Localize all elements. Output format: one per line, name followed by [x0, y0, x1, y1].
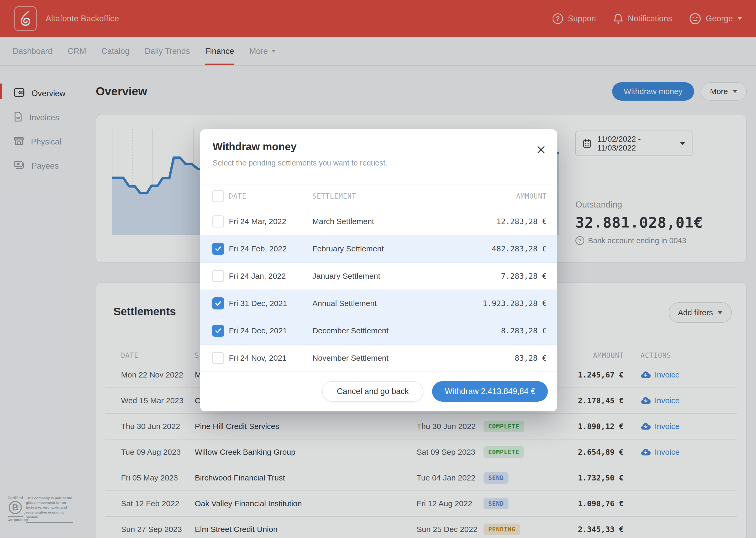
modal-subtitle: Select the pending settlements you want … — [213, 159, 388, 167]
altafonte-backoffice-app: Altafonte Backoffice ? Support Notificat… — [0, 0, 756, 538]
pending-settlements-table: DATE SETTLEMENT AMMOUNT Fri 24 Mar, 2022… — [200, 185, 557, 372]
settlement-amount: 83,28 € — [515, 353, 547, 362]
settlement-amount: 1.923.283,28 € — [483, 299, 547, 308]
pending-settlement-row: Fri 24 Dec, 2021December Settlement8.283… — [200, 317, 557, 345]
settlement-date: Fri 24 Nov, 2021 — [229, 353, 307, 362]
settlement-amount: 8.283,28 € — [501, 326, 547, 335]
confirm-withdraw-button[interactable]: Withdraw 2.413.849,84 € — [432, 381, 548, 402]
row-checkbox[interactable] — [212, 352, 224, 364]
pending-settlement-row: Fri 31 Dec, 2021Annual Settlement1.923.2… — [200, 290, 557, 317]
settlement-name: February Settlement — [312, 244, 437, 253]
divider — [200, 370, 557, 370]
settlement-name: December Settlement — [312, 326, 437, 335]
close-icon[interactable] — [535, 144, 547, 155]
pending-settlement-row: Fri 24 Mar, 2022March Settlement12.283,2… — [200, 208, 557, 235]
pending-settlement-row: Fri 24 Nov, 2021November Settlement83,28… — [200, 345, 557, 372]
settlement-amount: 12.283,28 € — [496, 217, 547, 226]
settlement-date: Fri 31 Dec, 2021 — [229, 299, 307, 308]
settlement-date: Fri 24 Dec, 2021 — [229, 326, 307, 335]
settlement-date: Fri 24 Mar, 2022 — [229, 217, 307, 226]
column-header-settlement: SETTLEMENT — [312, 192, 437, 200]
row-checkbox[interactable] — [212, 215, 224, 228]
row-checkbox[interactable] — [212, 243, 224, 255]
modal-table-header: DATE SETTLEMENT AMMOUNT — [200, 185, 557, 208]
row-checkbox[interactable] — [212, 297, 224, 309]
settlement-name: November Settlement — [312, 353, 437, 362]
settlement-date: Fri 24 Feb, 2022 — [229, 244, 307, 253]
select-all-checkbox[interactable] — [212, 190, 224, 202]
row-checkbox[interactable] — [212, 325, 224, 337]
settlement-date: Fri 24 Jan, 2022 — [229, 272, 307, 281]
column-header-amount: AMMOUNT — [516, 192, 547, 200]
modal-title: Withdraw money — [213, 141, 297, 153]
pending-settlement-row: Fri 24 Feb, 2022February Settlement482.2… — [200, 235, 557, 263]
settlement-name: March Settlement — [312, 217, 437, 226]
settlement-name: Annual Settlement — [312, 299, 437, 308]
settlement-amount: 482.283,28 € — [492, 244, 547, 253]
withdraw-money-modal: Withdraw money Select the pending settle… — [200, 129, 557, 411]
settlement-name: January Settlement — [312, 272, 437, 281]
column-header-date: DATE — [229, 192, 307, 200]
cancel-button[interactable]: Cancel and go back — [322, 381, 423, 402]
row-checkbox[interactable] — [212, 270, 224, 282]
pending-settlement-row: Fri 24 Jan, 2022January Settlement7.283,… — [200, 263, 557, 290]
settlement-amount: 7.283,28 € — [501, 272, 547, 281]
